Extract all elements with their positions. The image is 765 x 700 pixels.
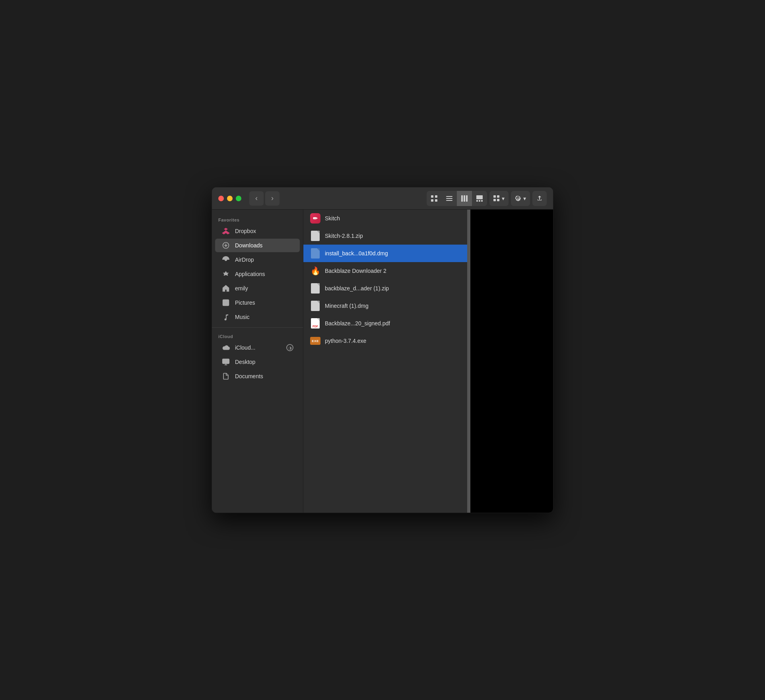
svg-rect-2: [431, 199, 433, 202]
svg-rect-12: [479, 200, 480, 202]
title-bar: ‹ ›: [212, 187, 553, 210]
file-icon-skitch: ✏: [310, 213, 321, 224]
sidebar-item-dropbox[interactable]: Dropbox: [215, 224, 300, 238]
sidebar-item-pictures[interactable]: Pictures: [215, 296, 300, 309]
svg-rect-4: [446, 196, 452, 197]
pdf-file-icon: PDF: [311, 318, 320, 329]
sidebar-item-desktop-label: Desktop: [235, 359, 255, 365]
back-icon: ‹: [255, 194, 258, 202]
maximize-button[interactable]: [236, 196, 241, 201]
toolbar-view-group: ▾ ▾: [427, 191, 547, 206]
column-icon: [461, 195, 468, 202]
home-svg: [222, 284, 230, 292]
forward-button[interactable]: ›: [265, 191, 280, 206]
applications-svg: [222, 270, 230, 278]
pictures-svg: [222, 299, 230, 307]
finder-window: ‹ ›: [212, 187, 553, 513]
file-item-skitch-app[interactable]: ✏ Skitch: [303, 210, 467, 227]
share-icon: [536, 195, 543, 202]
svg-rect-17: [497, 199, 499, 201]
view-mode-buttons: [427, 191, 487, 206]
view-icon-button[interactable]: [427, 191, 442, 206]
sidebar-item-documents-label: Documents: [235, 373, 263, 379]
sidebar-item-icloud[interactable]: iCloud... ◑: [215, 341, 300, 354]
traffic-lights: [218, 196, 241, 201]
sidebar-divider: [212, 327, 303, 328]
zip-file-icon: [311, 231, 320, 241]
preview-pane: [470, 210, 553, 513]
sidebar-icloud-badge: ◑: [286, 344, 293, 351]
skitch-app-icon: ✏: [310, 213, 320, 224]
icloud-svg: [222, 344, 230, 352]
view-column-button[interactable]: [457, 191, 472, 206]
svg-rect-1: [435, 195, 437, 198]
file-list-pane: ✏ Skitch Skitch-2.8.1.zip install: [303, 210, 470, 513]
file-icon-skitch-zip: [310, 230, 321, 241]
file-area: ✏ Skitch Skitch-2.8.1.zip install: [303, 210, 553, 513]
icloud-icon: [221, 343, 230, 352]
desktop-svg: [222, 358, 230, 366]
gear-icon: [515, 195, 521, 202]
group-icon: [493, 195, 500, 202]
forward-icon: ›: [271, 194, 274, 202]
action-button[interactable]: ▾: [511, 191, 530, 206]
svg-rect-15: [497, 195, 499, 198]
sidebar-item-desktop[interactable]: Desktop: [215, 355, 300, 369]
downloads-icon: [221, 241, 230, 250]
sidebar-item-documents[interactable]: Documents: [215, 369, 300, 383]
airdrop-icon: [221, 255, 230, 264]
desktop-icon: [221, 358, 230, 366]
group-button[interactable]: ▾: [489, 191, 509, 206]
sidebar-item-dropbox-label: Dropbox: [235, 228, 256, 234]
documents-icon: [221, 372, 230, 381]
sidebar-item-applications[interactable]: Applications: [215, 267, 300, 281]
file-name-backblaze-pdf: Backblaze...20_signed.pdf: [325, 320, 390, 327]
file-icon-backblaze-downloader: 🔥: [310, 265, 321, 276]
exe-file-icon: EXE: [310, 337, 320, 345]
downloads-svg: [222, 241, 230, 249]
pictures-icon: [221, 298, 230, 307]
action-chevron: ▾: [523, 195, 526, 202]
sidebar-item-music[interactable]: Music: [215, 310, 300, 324]
svg-rect-5: [446, 198, 452, 199]
file-item-python-exe[interactable]: EXE python-3.7.4.exe: [303, 332, 467, 350]
sidebar-item-pictures-label: Pictures: [235, 299, 255, 306]
file-name-skitch-app: Skitch: [325, 215, 340, 222]
close-button[interactable]: [218, 196, 224, 201]
file-item-minecraft-dmg[interactable]: Minecraft (1).dmg: [303, 297, 467, 315]
applications-icon: [221, 270, 230, 278]
list-icon: [446, 195, 453, 202]
file-icon-backblaze-pdf: PDF: [310, 318, 321, 329]
sidebar-item-applications-label: Applications: [235, 271, 265, 277]
home-icon: [221, 284, 230, 293]
file-icon-python-exe: EXE: [310, 335, 321, 346]
file-item-backblaze-downloader[interactable]: 🔥 Backblaze Downloader 2: [303, 262, 467, 280]
svg-rect-8: [464, 195, 465, 202]
file-item-skitch-zip[interactable]: Skitch-2.8.1.zip: [303, 227, 467, 245]
dropbox-svg: [222, 227, 230, 235]
music-icon: [221, 313, 230, 321]
file-item-backblaze-pdf[interactable]: PDF Backblaze...20_signed.pdf: [303, 315, 467, 332]
dmg-file-icon-2: [311, 301, 320, 311]
file-name-minecraft-dmg: Minecraft (1).dmg: [325, 303, 369, 309]
sidebar-item-downloads[interactable]: Downloads: [215, 239, 300, 252]
sidebar-item-airdrop[interactable]: AirDrop: [215, 253, 300, 266]
sidebar-item-emily[interactable]: emily: [215, 282, 300, 295]
svg-rect-9: [466, 195, 468, 202]
nav-buttons: ‹ ›: [249, 191, 280, 206]
share-button[interactable]: [532, 191, 547, 206]
sidebar-item-icloud-label: iCloud...: [235, 344, 255, 351]
minimize-button[interactable]: [227, 196, 233, 201]
dmg-file-icon: [311, 248, 320, 259]
file-name-skitch-zip: Skitch-2.8.1.zip: [325, 233, 363, 239]
view-list-button[interactable]: [442, 191, 457, 206]
icloud-section-label: iCloud: [212, 331, 303, 340]
file-item-install-dmg[interactable]: install_back...0a1f0d.dmg: [303, 245, 467, 262]
dropbox-icon: [221, 227, 230, 235]
back-button[interactable]: ‹: [249, 191, 264, 206]
group-chevron: ▾: [502, 195, 505, 202]
file-item-backblaze-zip[interactable]: backblaze_d...ader (1).zip: [303, 280, 467, 297]
view-gallery-button[interactable]: [472, 191, 487, 206]
sidebar-item-airdrop-label: AirDrop: [235, 257, 254, 263]
sidebar-item-music-label: Music: [235, 314, 250, 320]
